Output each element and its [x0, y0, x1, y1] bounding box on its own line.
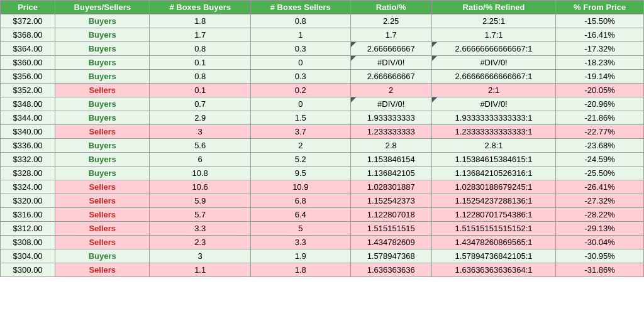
boxes-sellers-cell: 0.8 [251, 14, 351, 28]
price-cell: $340.00 [1, 125, 55, 139]
boxes-buyers-cell: 5.6 [150, 139, 251, 153]
buyers-sellers-cell: Buyers [55, 28, 150, 42]
column-header: Price [1, 1, 55, 14]
table-row: $324.00Sellers10.610.91.0283018871.02830… [1, 180, 644, 194]
ratio-cell: 1.152542373 [350, 194, 431, 208]
price-cell: $364.00 [1, 42, 55, 56]
buyers-sellers-cell: Sellers [55, 194, 150, 208]
boxes-sellers-cell: 1 [251, 28, 351, 42]
from-price-cell: -25.50% [556, 167, 644, 180]
price-cell: $304.00 [1, 249, 55, 263]
from-price-cell: -23.68% [556, 139, 644, 153]
ratio-refined-cell: 1.57894736842105:1 [431, 249, 556, 263]
boxes-sellers-cell: 0.3 [251, 70, 351, 84]
table-row: $364.00Buyers0.80.32.6666666672.66666666… [1, 42, 644, 56]
price-cell: $352.00 [1, 84, 55, 97]
column-header: # Boxes Sellers [251, 1, 351, 14]
buyers-sellers-cell: Sellers [55, 222, 150, 236]
from-price-cell: -15.50% [556, 14, 644, 28]
from-price-cell: -30.95% [556, 249, 644, 263]
buyers-sellers-cell: Sellers [55, 208, 150, 222]
boxes-buyers-cell: 10.6 [150, 180, 251, 194]
ratio-refined-cell: 1.23333333333333:1 [431, 125, 556, 139]
price-cell: $368.00 [1, 28, 55, 42]
from-price-cell: -19.14% [556, 70, 644, 84]
buyers-sellers-cell: Sellers [55, 180, 150, 194]
from-price-cell: -28.22% [556, 208, 644, 222]
ratio-cell: 1.122807018 [350, 208, 431, 222]
boxes-buyers-cell: 1.1 [150, 263, 251, 277]
buyers-sellers-cell: Buyers [55, 249, 150, 263]
ratio-refined-cell: 2.66666666666667:1 [431, 70, 556, 84]
boxes-buyers-cell: 10.8 [150, 167, 251, 180]
boxes-buyers-cell: 3.3 [150, 222, 251, 236]
ratio-refined-cell: 2.8:1 [431, 139, 556, 153]
from-price-cell: -31.86% [556, 263, 644, 277]
ratio-refined-cell: 2:1 [431, 84, 556, 97]
buyers-sellers-cell: Buyers [55, 139, 150, 153]
boxes-buyers-cell: 2.3 [150, 236, 251, 249]
buyers-sellers-cell: Buyers [55, 153, 150, 167]
ratio-cell: 1.136842105 [350, 167, 431, 180]
from-price-cell: -20.05% [556, 84, 644, 97]
ratio-cell: 1.578947368 [350, 249, 431, 263]
ratio-refined-cell: 1.51515151515152:1 [431, 222, 556, 236]
boxes-sellers-cell: 6.8 [251, 194, 351, 208]
boxes-buyers-cell: 5.7 [150, 208, 251, 222]
ratio-refined-cell: 1.15254237288136:1 [431, 194, 556, 208]
boxes-sellers-cell: 1.8 [251, 263, 351, 277]
price-cell: $324.00 [1, 180, 55, 194]
boxes-buyers-cell: 2.9 [150, 111, 251, 125]
ratio-cell: 1.028301887 [350, 180, 431, 194]
ratio-refined-cell: 1.93333333333333:1 [431, 111, 556, 125]
price-cell: $356.00 [1, 70, 55, 84]
boxes-buyers-cell: 3 [150, 249, 251, 263]
boxes-sellers-cell: 9.5 [251, 167, 351, 180]
ratio-refined-cell: 2.25:1 [431, 14, 556, 28]
buyers-sellers-cell: Sellers [55, 236, 150, 249]
ratio-refined-cell: 1.12280701754386:1 [431, 208, 556, 222]
ratio-cell: 1.153846154 [350, 153, 431, 167]
price-cell: $308.00 [1, 236, 55, 249]
buyers-sellers-cell: Buyers [55, 167, 150, 180]
column-header: Buyers/Sellers [55, 1, 150, 14]
table-row: $300.00Sellers1.11.81.6363636361.6363636… [1, 263, 644, 277]
boxes-buyers-cell: 0.8 [150, 70, 251, 84]
boxes-sellers-cell: 6.4 [251, 208, 351, 222]
from-price-cell: -24.59% [556, 153, 644, 167]
boxes-sellers-cell: 0 [251, 97, 351, 111]
boxes-buyers-cell: 0.1 [150, 84, 251, 97]
boxes-sellers-cell: 3.7 [251, 125, 351, 139]
table-row: $304.00Buyers31.91.5789473681.5789473684… [1, 249, 644, 263]
boxes-buyers-cell: 0.7 [150, 97, 251, 111]
price-cell: $344.00 [1, 111, 55, 125]
boxes-sellers-cell: 1.9 [251, 249, 351, 263]
from-price-cell: -22.77% [556, 125, 644, 139]
price-table: PriceBuyers/Sellers# Boxes Buyers# Boxes… [0, 0, 644, 277]
ratio-cell: 2.8 [350, 139, 431, 153]
buyers-sellers-cell: Sellers [55, 84, 150, 97]
buyers-sellers-cell: Buyers [55, 14, 150, 28]
boxes-buyers-cell: 6 [150, 153, 251, 167]
ratio-refined-cell: 1.13684210526316:1 [431, 167, 556, 180]
ratio-cell: 1.933333333 [350, 111, 431, 125]
boxes-sellers-cell: 0.3 [251, 42, 351, 56]
boxes-sellers-cell: 0.2 [251, 84, 351, 97]
buyers-sellers-cell: Buyers [55, 42, 150, 56]
buyers-sellers-cell: Buyers [55, 56, 150, 70]
ratio-refined-cell: 2.66666666666667:1 [431, 42, 556, 56]
table-row: $372.00Buyers1.80.82.252.25:1-15.50% [1, 14, 644, 28]
column-header: % From Price [556, 1, 644, 14]
ratio-cell: 2.666666667 [350, 42, 431, 56]
table-row: $336.00Buyers5.622.82.8:1-23.68% [1, 139, 644, 153]
price-cell: $312.00 [1, 222, 55, 236]
from-price-cell: -16.41% [556, 28, 644, 42]
price-cell: $320.00 [1, 194, 55, 208]
price-cell: $316.00 [1, 208, 55, 222]
ratio-cell: 1.636363636 [350, 263, 431, 277]
ratio-refined-cell: 1.7:1 [431, 28, 556, 42]
ratio-cell: 2 [350, 84, 431, 97]
price-cell: $300.00 [1, 263, 55, 277]
ratio-cell: 2.666666667 [350, 70, 431, 84]
ratio-cell: #DIV/0! [350, 56, 431, 70]
